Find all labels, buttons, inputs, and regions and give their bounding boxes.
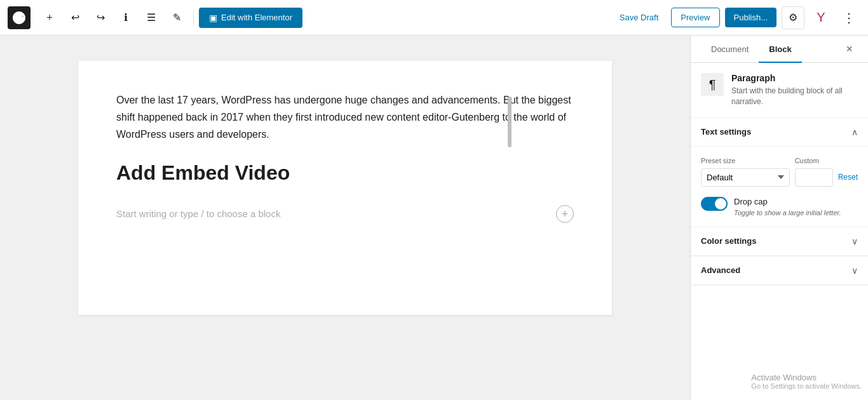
undo-button[interactable]: ↩ [64,6,86,29]
block-name: Paragraph [731,73,858,83]
block-description: Start with the building block of all nar… [731,86,858,107]
chevron-down-advanced-icon: ∨ [851,265,858,276]
preset-col: Preset size Default [701,157,790,187]
list-icon: ☰ [147,11,156,23]
reset-size-button[interactable]: Reset [838,169,858,185]
paragraph-block[interactable]: Over the last 17 years, WordPress has un… [116,91,574,143]
text-settings-title: Text settings [701,127,751,137]
sidebar-tabs: Document Block × [691,36,868,63]
tab-block[interactable]: Block [759,36,801,63]
advanced-section: Advanced ∨ [691,257,868,286]
redo-button[interactable]: ↪ [89,6,112,29]
wordpress-logo [8,6,31,29]
pilcrow-icon: ¶ [709,77,716,92]
advanced-header[interactable]: Advanced ∨ [691,257,868,285]
drop-cap-row: Drop cap Toggle to show a large initial … [701,197,858,217]
plus-circle-icon: + [562,208,569,220]
publish-button[interactable]: Publish... [725,8,776,27]
drop-cap-toggle[interactable] [701,197,728,211]
toggle-track [701,197,728,211]
close-sidebar-button[interactable]: × [841,37,858,61]
color-settings-title: Color settings [701,236,756,246]
chevron-down-icon: ∨ [851,236,858,246]
custom-col: Custom [795,157,833,187]
top-toolbar: ＋ ↩ ↪ ℹ ☰ ✎ ▣ Edit with Elementor Save D… [0,0,868,36]
main-layout: Over the last 17 years, WordPress has un… [0,36,868,400]
elementor-icon: ▣ [209,13,217,23]
scroll-track [507,71,512,400]
color-settings-section: Color settings ∨ [691,227,868,257]
paragraph-block-icon: ¶ [701,73,724,96]
chevron-up-icon: ∧ [851,127,858,137]
tools-button[interactable]: ✎ [165,6,188,29]
scroll-thumb [508,97,512,147]
plus-icon: ＋ [44,11,55,24]
editor-content: Over the last 17 years, WordPress has un… [78,61,612,315]
block-info: ¶ Paragraph Start with the building bloc… [691,63,868,118]
block-info-text: Paragraph Start with the building block … [731,73,858,107]
editor-wrapper: Over the last 17 years, WordPress has un… [0,36,690,400]
custom-label: Custom [795,157,833,164]
info-button[interactable]: ℹ [114,6,137,29]
preview-button[interactable]: Preview [671,8,719,27]
gear-icon: ⚙ [789,11,797,23]
preset-size-select[interactable]: Default [701,168,790,187]
drop-cap-text: Drop cap Toggle to show a large initial … [734,197,841,217]
placeholder-text: Start writing or type / to choose a bloc… [116,208,280,219]
color-settings-header[interactable]: Color settings ∨ [691,227,868,256]
info-icon: ℹ [124,11,128,23]
editor-area[interactable]: Over the last 17 years, WordPress has un… [0,36,690,340]
more-options-button[interactable]: ⋮ [837,6,860,29]
toolbar-right: Save Draft Preview Publish... ⚙ Y ⋮ [612,6,860,29]
close-icon: × [846,43,853,56]
redo-icon: ↪ [97,11,105,23]
yoast-icon: Y [817,10,825,25]
reset-col: Reset [838,157,858,187]
pencil-icon: ✎ [173,11,181,23]
heading-block[interactable]: Add Embed Video [116,161,574,185]
drop-cap-label: Drop cap [734,197,841,206]
custom-size-input[interactable] [795,168,833,187]
toolbar-divider [193,10,194,25]
add-block-inline-button[interactable]: + [556,205,574,223]
list-view-button[interactable]: ☰ [140,6,163,29]
add-block-button[interactable]: ＋ [38,6,61,29]
edit-elementor-button[interactable]: ▣ Edit with Elementor [199,8,302,28]
drop-cap-hint: Toggle to show a large initial letter. [734,209,841,217]
tab-document[interactable]: Document [701,36,759,63]
settings-button[interactable]: ⚙ [782,6,804,29]
preset-row: Preset size Default Custom Reset [701,157,858,187]
save-draft-button[interactable]: Save Draft [612,8,666,27]
undo-icon: ↩ [71,11,79,23]
yoast-button[interactable]: Y [810,6,832,29]
right-sidebar: Document Block × ¶ Paragraph Start with … [690,36,868,400]
empty-block[interactable]: Start writing or type / to choose a bloc… [116,200,574,228]
text-settings-header[interactable]: Text settings ∧ [691,118,868,147]
more-icon: ⋮ [843,10,855,25]
text-settings-body: Preset size Default Custom Reset [691,147,868,227]
advanced-title: Advanced [701,265,740,275]
preset-label: Preset size [701,157,790,164]
